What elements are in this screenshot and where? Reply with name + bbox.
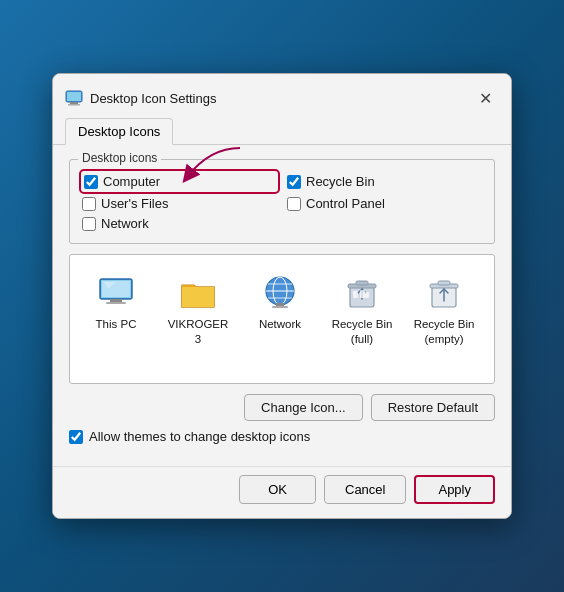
title-bar-left: Desktop Icon Settings (65, 89, 216, 107)
title-bar: Desktop Icon Settings ✕ (53, 74, 511, 118)
tab-desktop-icons[interactable]: Desktop Icons (65, 118, 173, 145)
recycle-bin-full-icon (342, 273, 382, 313)
computer-label: Computer (103, 174, 160, 189)
users-files-checkbox-input[interactable] (82, 197, 96, 211)
svg-rect-24 (438, 281, 450, 285)
svg-rect-19 (353, 291, 359, 299)
restore-default-button[interactable]: Restore Default (371, 394, 495, 421)
icon-recycle-bin-empty[interactable]: Recycle Bin (empty) (408, 269, 480, 351)
icon-action-buttons: Change Icon... Restore Default (69, 394, 495, 421)
recycle-bin-label: Recycle Bin (306, 174, 375, 189)
recycle-bin-full-label: Recycle Bin (full) (328, 317, 396, 347)
svg-rect-15 (272, 306, 288, 308)
this-pc-label: This PC (96, 317, 137, 332)
desktop-icon-settings-dialog: Desktop Icon Settings ✕ Desktop Icons De… (52, 73, 512, 519)
recycle-bin-checkbox-input[interactable] (287, 175, 301, 189)
checkbox-recycle-bin[interactable]: Recycle Bin (287, 172, 482, 191)
users-files-label: User's Files (101, 196, 169, 211)
icon-recycle-bin-full[interactable]: Recycle Bin (full) (326, 269, 398, 351)
allow-themes-row: Allow themes to change desktop icons (69, 429, 495, 444)
recycle-bin-empty-icon (424, 273, 464, 313)
svg-rect-3 (67, 92, 81, 101)
network-label: Network (259, 317, 301, 332)
recycle-bin-empty-label: Recycle Bin (empty) (410, 317, 478, 347)
tab-bar: Desktop Icons (53, 118, 511, 145)
network-icon (260, 273, 300, 313)
svg-rect-14 (276, 303, 284, 306)
dialog-icon (65, 89, 83, 107)
change-icon-button[interactable]: Change Icon... (244, 394, 363, 421)
icon-this-pc[interactable]: This PC (80, 269, 152, 351)
close-button[interactable]: ✕ (471, 84, 499, 112)
checkbox-computer[interactable]: Computer (82, 172, 277, 191)
apply-button[interactable]: Apply (414, 475, 495, 504)
allow-themes-checkbox[interactable] (69, 430, 83, 444)
svg-rect-2 (68, 104, 80, 106)
ok-button[interactable]: OK (239, 475, 316, 504)
svg-rect-20 (360, 290, 365, 298)
svg-rect-1 (70, 102, 78, 104)
icons-panel: This PC VIKROGER 3 (69, 254, 495, 384)
control-panel-checkbox-input[interactable] (287, 197, 301, 211)
bottom-buttons: OK Cancel Apply (53, 466, 511, 518)
this-pc-icon (96, 273, 136, 313)
vikroger3-icon (178, 273, 218, 313)
checkbox-users-files[interactable]: User's Files (82, 196, 277, 211)
dialog-title: Desktop Icon Settings (90, 91, 216, 106)
network-checkbox-input[interactable] (82, 217, 96, 231)
allow-themes-label: Allow themes to change desktop icons (89, 429, 310, 444)
icon-network[interactable]: Network (244, 269, 316, 351)
computer-checkbox-input[interactable] (84, 175, 98, 189)
icons-row: This PC VIKROGER 3 (80, 265, 484, 355)
svg-rect-6 (110, 299, 122, 302)
svg-rect-18 (356, 281, 368, 285)
group-label: Desktop icons (78, 151, 161, 165)
network-label: Network (101, 216, 149, 231)
checkbox-network[interactable]: Network (82, 216, 277, 231)
checkboxes-grid: Computer Recycle Bin User's Files Contro… (82, 172, 482, 231)
svg-rect-21 (365, 292, 370, 298)
control-panel-label: Control Panel (306, 196, 385, 211)
svg-rect-7 (106, 302, 126, 304)
desktop-icons-group: Desktop icons Computer (69, 159, 495, 244)
dialog-body: Desktop icons Computer (53, 145, 511, 466)
checkbox-control-panel[interactable]: Control Panel (287, 196, 482, 211)
icon-vikroger3[interactable]: VIKROGER 3 (162, 269, 234, 351)
cancel-button[interactable]: Cancel (324, 475, 406, 504)
vikroger3-label: VIKROGER 3 (164, 317, 232, 347)
